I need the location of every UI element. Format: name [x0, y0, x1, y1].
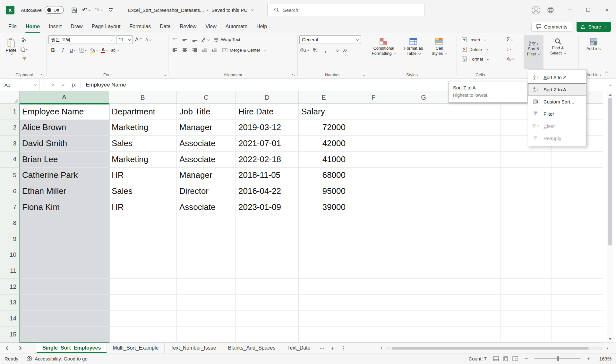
- column-header-E[interactable]: E: [299, 91, 349, 104]
- cell-C10[interactable]: [177, 247, 236, 263]
- cell-F12[interactable]: [349, 279, 398, 295]
- zoom-slider[interactable]: [534, 358, 581, 359]
- ribbon-tab-draw[interactable]: Draw: [66, 20, 87, 33]
- increase-font-size-button[interactable]: A: [134, 35, 143, 44]
- select-all-corner[interactable]: [0, 91, 20, 104]
- cell-F5[interactable]: [349, 168, 398, 184]
- cell-I5[interactable]: [501, 168, 552, 184]
- cell-B14[interactable]: [109, 311, 177, 327]
- clear-formats-button[interactable]: [506, 54, 520, 63]
- menu-item-custom-sort[interactable]: Custom Sort...: [528, 95, 586, 108]
- cell-C6[interactable]: Director: [177, 183, 236, 199]
- cell-F10[interactable]: [349, 247, 398, 263]
- quick-access-toolbar-button[interactable]: [106, 4, 116, 15]
- decrease-decimal-button[interactable]: .00→: [341, 46, 352, 54]
- horizontal-scrollbar[interactable]: [381, 343, 608, 353]
- center-button[interactable]: [180, 46, 189, 54]
- row-header-10[interactable]: 10: [0, 247, 20, 263]
- cell-F1[interactable]: [349, 104, 398, 120]
- row-header-15[interactable]: 15: [0, 327, 20, 343]
- cell-D5[interactable]: 2018-11-05: [236, 168, 299, 184]
- cell-D7[interactable]: 2023-01-09: [236, 199, 299, 215]
- cell-G3[interactable]: [398, 136, 449, 152]
- sheet-nav-left-icon[interactable]: [6, 346, 10, 350]
- scroll-up-icon[interactable]: [609, 94, 612, 96]
- cell-B6[interactable]: Sales: [109, 183, 177, 199]
- cell-C3[interactable]: Associate: [177, 136, 236, 152]
- page-break-view-button[interactable]: [512, 356, 518, 361]
- cell-B1[interactable]: Department: [109, 104, 177, 120]
- sheet-tab-single-sort-employees[interactable]: Single_Sort_Employees: [37, 343, 107, 353]
- insert-cells-button[interactable]: Insert: [458, 35, 502, 44]
- cell-J9[interactable]: [552, 231, 603, 247]
- menu-item-sort-a-to-z[interactable]: AZ↓Sort A to Z: [528, 71, 586, 83]
- italic-button[interactable]: I: [58, 46, 67, 54]
- cell-F11[interactable]: [349, 263, 398, 279]
- accessibility-status[interactable]: Accessibility: Good to go: [27, 356, 87, 361]
- maximize-button[interactable]: [579, 0, 597, 20]
- cell-J10[interactable]: [552, 247, 603, 263]
- font-dialog-launcher[interactable]: [163, 73, 166, 77]
- cell-I4[interactable]: [501, 152, 552, 168]
- cell-H14[interactable]: [449, 311, 501, 327]
- cell-G1[interactable]: [398, 104, 449, 120]
- cell-J8[interactable]: [552, 215, 603, 231]
- find-select-button[interactable]: Find & Select: [547, 35, 569, 69]
- cell-D6[interactable]: 2016-04-22: [236, 183, 299, 199]
- decrease-font-size-button[interactable]: A: [144, 35, 153, 44]
- sort-filter-button[interactable]: AZ ↓ Sort & Filter: [524, 35, 543, 69]
- cut-button[interactable]: [20, 35, 29, 44]
- page-layout-view-button[interactable]: [503, 356, 509, 361]
- wrap-text-button[interactable]: Wrap Text: [211, 35, 243, 44]
- cell-D10[interactable]: [236, 247, 299, 263]
- cell-G6[interactable]: [398, 183, 449, 199]
- normal-view-button[interactable]: [493, 356, 499, 361]
- row-header-8[interactable]: 8: [0, 215, 20, 231]
- cell-E7[interactable]: 39000: [299, 199, 349, 215]
- document-title[interactable]: Excel_Sort_Screenshot_Datasets... • Save…: [128, 0, 253, 20]
- cell-A5[interactable]: Catherine Park: [20, 168, 109, 184]
- menu-item-filter[interactable]: Filter: [528, 108, 586, 120]
- cell-A11[interactable]: [20, 263, 109, 279]
- cell-H8[interactable]: [449, 215, 501, 231]
- search-box[interactable]: Search: [267, 4, 424, 16]
- cell-C15[interactable]: [177, 327, 236, 343]
- cell-B2[interactable]: Marketing: [109, 120, 177, 136]
- format-cells-button[interactable]: Format: [458, 54, 502, 63]
- increase-indent-button[interactable]: [210, 46, 219, 54]
- cell-I15[interactable]: [501, 327, 552, 343]
- cell-A8[interactable]: [20, 215, 109, 231]
- column-header-A[interactable]: A: [20, 91, 109, 104]
- cell-styles-button[interactable]: Cell Styles: [429, 35, 450, 69]
- ribbon-tab-home[interactable]: Home: [21, 20, 44, 33]
- cell-E3[interactable]: 42000: [299, 136, 349, 152]
- cell-I14[interactable]: [501, 311, 552, 327]
- cell-H7[interactable]: [449, 199, 501, 215]
- cell-C12[interactable]: [177, 279, 236, 295]
- name-box-dropdown-icon[interactable]: [34, 83, 37, 86]
- insert-function-button[interactable]: fx: [69, 79, 79, 91]
- paste-dropdown-icon[interactable]: [11, 52, 13, 55]
- cell-D12[interactable]: [236, 279, 299, 295]
- sheet-tab-text-number-issue[interactable]: Text_Number_Issue: [165, 343, 222, 353]
- increase-decimal-button[interactable]: ←.0: [331, 46, 340, 54]
- collapse-ribbon-button[interactable]: [603, 70, 611, 76]
- decrease-indent-button[interactable]: [200, 46, 209, 54]
- bottom-align-button[interactable]: [190, 35, 199, 44]
- copy-dropdown-icon[interactable]: [26, 48, 29, 50]
- cell-B13[interactable]: [109, 295, 177, 311]
- cell-E13[interactable]: [299, 295, 349, 311]
- column-header-C[interactable]: C: [177, 91, 236, 104]
- row-header-6[interactable]: 6: [0, 183, 20, 199]
- scroll-left-icon[interactable]: [381, 347, 383, 349]
- name-box[interactable]: A1: [0, 79, 40, 91]
- cell-H9[interactable]: [449, 231, 501, 247]
- zoom-slider-thumb[interactable]: [557, 356, 559, 361]
- paste-button[interactable]: Paste: [4, 35, 18, 69]
- vertical-scrollbar[interactable]: [607, 91, 613, 343]
- cell-H1[interactable]: [449, 104, 501, 120]
- count-indicator[interactable]: Count: 7: [468, 356, 487, 361]
- cell-A12[interactable]: [20, 279, 109, 295]
- column-header-B[interactable]: B: [109, 91, 177, 104]
- cell-E5[interactable]: 68000: [299, 168, 349, 184]
